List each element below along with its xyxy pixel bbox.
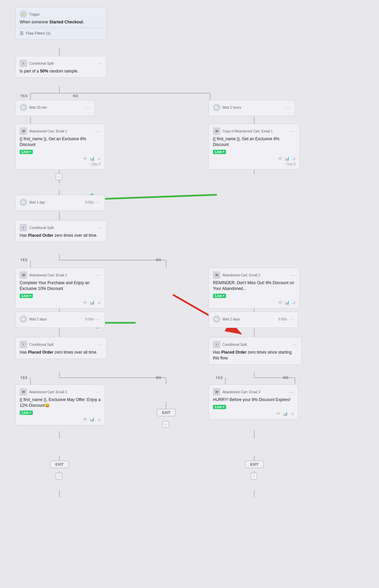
email-right-1-dots[interactable]: ···: [291, 128, 296, 134]
wait-left-1-label: Wait 20 min: [29, 106, 47, 109]
email-left-2-dots[interactable]: ···: [96, 272, 101, 278]
email-right-1-live[interactable]: Live: [213, 148, 296, 154]
branch-no-1: NO: [73, 94, 78, 98]
email-right-3-card[interactable]: ✉ Abandoned Cart: Email 3 ··· HURRY! Bef…: [208, 384, 298, 420]
email-left-3-live[interactable]: Live: [20, 408, 101, 415]
email-left-2-header: ✉ Abandoned Cart: Email 2 ···: [20, 271, 101, 279]
cond-split-4-body: Has Placed Order zero times since starti…: [213, 350, 297, 361]
email-icon-3: ✉: [20, 271, 27, 279]
email-footer-icon-2: ✉: [278, 156, 282, 161]
wait-left-1-dots[interactable]: ···: [85, 105, 91, 110]
filter-footer-icon-3: ⊿: [97, 300, 101, 305]
email-right-3-label: Abandoned Cart: Email 3: [222, 390, 260, 394]
icon-box-exit-right[interactable]: ⑂: [251, 473, 257, 480]
cond-split-4-card[interactable]: ⑂ Conditional Split ··· Has Placed Order…: [208, 337, 302, 365]
cond-split-3-body: Has Placed Order zero times over all tim…: [20, 350, 102, 355]
icon-box-1[interactable]: ⑂: [56, 173, 62, 180]
wait-right-1-card[interactable]: 🕐 Wait 2 hours ···: [208, 100, 295, 116]
wait-left-3-card[interactable]: 🕐 Wait 2 days 9:00a ···: [15, 312, 105, 328]
clock-icon-4: 🕐: [20, 315, 27, 323]
email-left-1-label: Abandoned Cart: Email 1: [29, 129, 67, 133]
trigger-card[interactable]: ⚡ Trigger When someone Started Checkout.…: [15, 7, 107, 40]
stats-icon-5: 📊: [89, 417, 95, 422]
clock-icon-3: 🕐: [20, 198, 27, 206]
email-left-1-live[interactable]: Live: [20, 148, 101, 154]
email-left-1-dots[interactable]: ···: [96, 128, 101, 134]
email-right-2-card[interactable]: ✉ Abandoned Cart: Email 2 ··· REMINDER: …: [208, 268, 300, 309]
email-right-1-card[interactable]: ✉ Copy of Abandoned Cart: Email 1 ··· {{…: [208, 124, 300, 170]
wait-left-3-header: 🕐 Wait 2 days 9:00a ···: [20, 315, 101, 323]
trigger-label: Trigger: [29, 13, 40, 16]
filter-footer-icon-2: ⊿: [292, 156, 296, 161]
branch-no-4: NO: [283, 376, 288, 380]
email-right-1-day: ↑ Day 0: [213, 162, 296, 166]
email-right-3-live[interactable]: Live: [213, 403, 294, 409]
wait-left-1-header: 🕐 Wait 20 min ···: [20, 104, 91, 111]
split-icon-3: ⑂: [20, 341, 27, 348]
cond-split-2-dots[interactable]: ···: [97, 225, 102, 230]
trigger-card-header: ⚡ Trigger: [20, 10, 102, 18]
cond-split-2-card[interactable]: ⑂ Conditional Split ··· Has Placed Order…: [15, 220, 107, 242]
wait-left-1-card[interactable]: 🕐 Wait 20 min ···: [15, 100, 95, 116]
cond-split-1-dots[interactable]: ···: [97, 61, 102, 66]
email-left-3-footer: ✉ 📊 ⊿: [20, 417, 101, 422]
email-footer-icon-3: ✉: [83, 300, 87, 305]
wait-right-3-dots[interactable]: ···: [289, 316, 294, 322]
email-right-3-body: HURRY! Before your 8% Discount Expires!: [213, 397, 294, 403]
email-footer-icon-1: ✉: [83, 156, 87, 161]
cond-split-1-label: Conditional Split: [29, 62, 54, 65]
clock-icon-5: 🕐: [213, 315, 220, 323]
icon-box-exit-center[interactable]: ⑂: [162, 421, 169, 428]
exit-center[interactable]: EXIT: [157, 409, 176, 416]
trigger-bold: Started Checkout: [49, 20, 83, 24]
email-left-2-live[interactable]: Live: [20, 292, 101, 298]
cond-split-4-dots[interactable]: ···: [292, 342, 297, 347]
exit-right-label: EXIT: [250, 462, 258, 466]
cond-split-2-body: Has Placed Order zero times over all tim…: [20, 233, 102, 238]
branch-yes-4: YES: [216, 376, 223, 380]
branch-no-2: NO: [156, 258, 161, 262]
wait-left-2-time: 9:00a: [85, 201, 94, 204]
email-right-3-header: ✉ Abandoned Cart: Email 3 ···: [213, 388, 294, 396]
email-left-2-card[interactable]: ✉ Abandoned Cart: Email 2 ··· Complete Y…: [15, 268, 105, 309]
wait-left-3-time: 9:00a: [85, 317, 94, 321]
email-right-3-dots[interactable]: ···: [289, 389, 294, 395]
wait-right-3-card[interactable]: 🕐 Wait 2 days 8:00a ···: [208, 312, 298, 328]
wait-left-2-card[interactable]: 🕐 Wait 1 day 9:00a ···: [15, 195, 105, 211]
cond-split-1-card[interactable]: ⑂ Conditional Split ··· Is part of a 50%…: [15, 56, 107, 78]
email-left-1-card[interactable]: ✉ Abandoned Cart: Email 1 ··· {{ first_n…: [15, 124, 105, 170]
stats-icon-4: 📊: [284, 300, 290, 305]
email-left-3-label: Abandoned Cart: Email 3: [29, 390, 67, 394]
wait-left-2-dots[interactable]: ···: [96, 200, 101, 205]
cond-split-3-dots[interactable]: ···: [97, 342, 102, 347]
wait-left-3-label: Wait 2 days: [29, 317, 47, 321]
branch-yes-3: YES: [20, 376, 28, 380]
email-icon-2: ✉: [213, 127, 220, 135]
email-right-3-footer: ✉ 📊 ⊿: [213, 411, 294, 416]
cond-split-3-card[interactable]: ⑂ Conditional Split ··· Has Placed Order…: [15, 337, 107, 359]
email-left-3-dots[interactable]: ···: [96, 389, 101, 395]
icon-box-exit-left[interactable]: ⑂: [56, 473, 62, 480]
email-right-2-live[interactable]: Live: [213, 292, 296, 298]
wait-right-1-dots[interactable]: ···: [285, 105, 291, 110]
email-right-2-dots[interactable]: ···: [291, 272, 296, 278]
wait-right-3-header: 🕐 Wait 2 days 8:00a ···: [213, 315, 294, 323]
exit-center-label: EXIT: [162, 411, 170, 415]
email-right-2-footer: ✉ 📊 ⊿: [213, 300, 296, 305]
email-left-3-card[interactable]: ✉ Abandoned Cart: Email 3 ··· {{ first_n…: [15, 384, 105, 425]
email-icon-5: ✉: [20, 388, 27, 396]
filter-row[interactable]: ☰ Flow Filters (1): [20, 28, 102, 36]
stats-icon-3: 📊: [89, 300, 95, 305]
email-footer-icon-5: ✉: [83, 417, 87, 422]
email-icon-4: ✉: [213, 271, 220, 279]
email-right-2-label: Abandoned Cart: Email 2: [222, 273, 260, 277]
exit-right[interactable]: EXIT: [245, 461, 264, 468]
email-right-1-label: Copy of Abandoned Cart: Email 1: [222, 129, 273, 133]
branch-no-3: NO: [156, 376, 161, 380]
clock-icon-2: 🕐: [213, 104, 220, 111]
wait-left-2-header: 🕐 Wait 1 day 9:00a ···: [20, 198, 101, 206]
filter-footer-icon-6: ⊿: [291, 411, 294, 416]
wait-left-3-dots[interactable]: ···: [96, 316, 101, 322]
filter-footer-icon-1: ⊿: [97, 156, 101, 161]
exit-left[interactable]: EXIT: [50, 461, 69, 468]
